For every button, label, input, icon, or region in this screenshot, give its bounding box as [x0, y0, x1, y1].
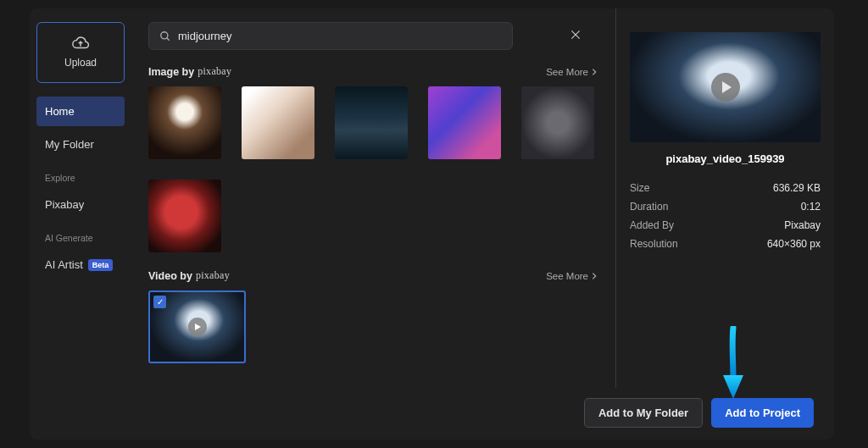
image-section-head: Image by pixabay See More	[148, 65, 598, 78]
image-thumb[interactable]	[148, 180, 221, 252]
beta-badge: Beta	[88, 259, 114, 271]
play-icon	[188, 318, 207, 336]
image-see-more[interactable]: See More	[546, 67, 598, 77]
close-icon	[570, 29, 581, 41]
ai-artist-label: AI Artist	[45, 258, 83, 271]
search-input[interactable]	[178, 30, 502, 42]
video-see-more[interactable]: See More	[546, 271, 598, 281]
add-to-project-button[interactable]: Add to Project	[711, 398, 814, 428]
sidebar-item-pixabay[interactable]: Pixabay	[36, 190, 125, 219]
play-icon	[711, 73, 740, 102]
main-content: Image by pixabay See More Video by pixab…	[131, 8, 615, 388]
image-thumb[interactable]	[242, 86, 314, 159]
modal-footer: Add to My Folder Add to Project	[30, 388, 834, 440]
ai-generate-section-label: AI Generate	[36, 223, 125, 246]
image-thumb[interactable]	[428, 86, 501, 159]
cloud-upload-icon	[71, 36, 90, 52]
search-box[interactable]	[148, 22, 513, 50]
sidebar: Upload Home My Folder Explore Pixabay AI…	[30, 8, 131, 388]
image-thumb[interactable]	[335, 86, 408, 159]
video-section-head: Video by pixabay See More	[148, 269, 598, 282]
explore-section-label: Explore	[36, 163, 125, 186]
preview-pane: pixabay_video_159939 Size 636.29 KB Dura…	[615, 8, 834, 388]
meta-duration: Duration 0:12	[630, 197, 821, 216]
image-grid	[148, 86, 598, 252]
meta-resolution: Resolution 640×360 px	[630, 235, 821, 253]
add-to-my-folder-button[interactable]: Add to My Folder	[584, 398, 703, 428]
search-icon	[159, 30, 171, 42]
modal-body: Upload Home My Folder Explore Pixabay AI…	[30, 8, 834, 388]
video-thumb-selected[interactable]: ✓	[148, 290, 246, 363]
svg-line-1	[167, 37, 170, 40]
upload-label: Upload	[64, 57, 97, 69]
sidebar-item-ai-artist[interactable]: AI Artist Beta	[36, 250, 125, 279]
video-section-title: Video by	[148, 270, 192, 282]
image-section-title: Image by	[148, 66, 194, 78]
pixabay-logo: pixabay	[196, 269, 230, 282]
chevron-right-icon	[590, 68, 598, 76]
meta-size: Size 636.29 KB	[630, 179, 821, 197]
search-row	[148, 22, 598, 50]
image-thumb[interactable]	[148, 86, 221, 159]
image-thumb[interactable]	[521, 86, 594, 159]
preview-title: pixabay_video_159939	[630, 152, 821, 165]
pixabay-logo: pixabay	[198, 65, 231, 78]
meta-addedby: Added By Pixabay	[630, 216, 821, 235]
preview-video[interactable]	[630, 32, 821, 142]
upload-button[interactable]: Upload	[36, 22, 125, 83]
video-grid: ✓	[148, 290, 598, 363]
check-icon: ✓	[153, 296, 166, 308]
svg-point-0	[161, 31, 168, 38]
chevron-right-icon	[590, 272, 598, 280]
sidebar-item-home[interactable]: Home	[36, 97, 125, 126]
close-button[interactable]	[566, 25, 598, 47]
media-modal: Upload Home My Folder Explore Pixabay AI…	[30, 8, 834, 440]
sidebar-item-my-folder[interactable]: My Folder	[36, 130, 125, 159]
